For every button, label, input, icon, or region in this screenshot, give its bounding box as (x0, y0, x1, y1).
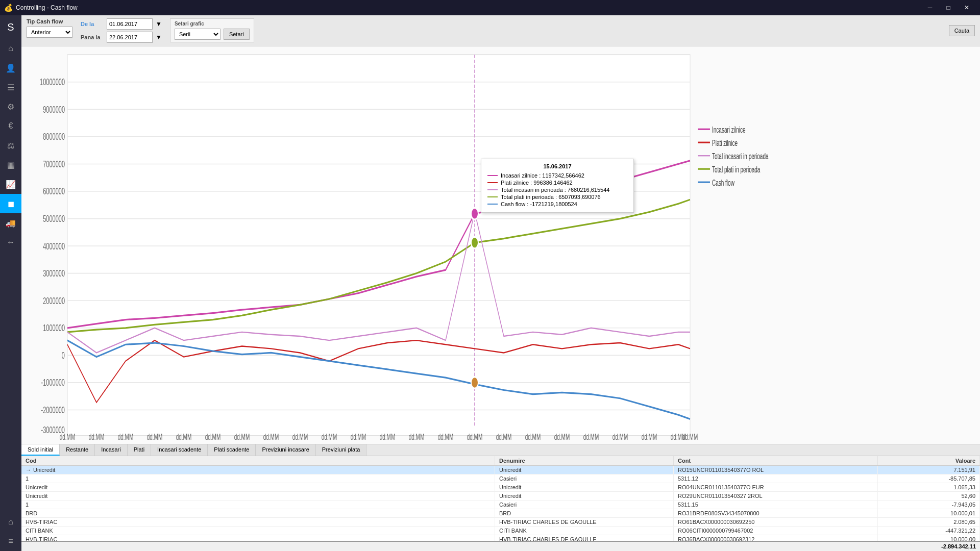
svg-text:dd.MM: dd.MM (525, 432, 541, 441)
de-la-dropdown-icon[interactable]: ▼ (156, 20, 162, 28)
svg-text:-2000000: -2000000 (41, 405, 65, 415)
sidebar-item-balance[interactable]: ⚖ (0, 136, 21, 155)
cell-cont: RO61BACX000000030692250 (674, 518, 878, 527)
tab-restante[interactable]: Restante (60, 444, 95, 456)
table-row[interactable]: UnicreditUnicreditRO04UNCR011013540377O … (21, 483, 980, 492)
svg-text:dd.MM: dd.MM (60, 432, 76, 441)
pana-la-dropdown-icon[interactable]: ▼ (156, 34, 162, 41)
tab-plati[interactable]: Plati (128, 444, 151, 456)
svg-text:dd.MM: dd.MM (642, 432, 657, 441)
svg-text:Total plati in perioada: Total plati in perioada (712, 165, 761, 174)
cauta-button[interactable]: Cauta (949, 25, 975, 36)
minimize-button[interactable]: ─ (921, 0, 939, 15)
cell-denumire: Unicredit (495, 483, 674, 492)
table-row[interactable]: BRDBRDRO31BRDE080SV3434507080010.000,01 (21, 509, 980, 518)
table-row[interactable]: 1Casieri5311.12-85.707,85 (21, 474, 980, 483)
cell-cod: 1 (21, 500, 495, 509)
sidebar-item-bottom-menu[interactable]: ≡ (0, 532, 21, 551)
svg-text:4000000: 4000000 (43, 241, 65, 251)
col-valoare: Valoare (878, 456, 980, 466)
content-area: Tip Cash flow Anterior Curent Urmator De… (21, 15, 980, 551)
svg-text:9000000: 9000000 (43, 105, 65, 114)
svg-text:dd.MM: dd.MM (467, 432, 483, 441)
svg-text:dd.MM: dd.MM (380, 432, 396, 441)
table-row[interactable]: HVB-TIRIACHVB-TIRIAC CHARLES DE GAOULLER… (21, 518, 980, 527)
sidebar-item-list[interactable]: ☰ (0, 78, 21, 97)
cell-cont: 5311.15 (674, 500, 878, 509)
svg-text:5000000: 5000000 (43, 214, 65, 223)
maximize-button[interactable]: □ (939, 0, 958, 15)
sidebar-item-settings[interactable]: ⚙ (0, 97, 21, 116)
svg-text:dd.MM: dd.MM (322, 432, 337, 441)
table-row[interactable]: →UnicreditUnicreditRO15UNCR011013540377O… (21, 466, 980, 474)
sidebar-item-chart[interactable]: ▦ (0, 155, 21, 174)
titlebar: 💰 Controlling - Cash flow ─ □ ✕ (0, 0, 980, 15)
de-la-label[interactable]: De la (81, 21, 104, 27)
sidebar-item-users[interactable]: 👤 (0, 58, 21, 78)
cell-valoare: 7.151,91 (878, 466, 980, 474)
svg-text:0: 0 (62, 350, 65, 360)
svg-text:7000000: 7000000 (43, 159, 65, 169)
sidebar-item-money[interactable]: € (0, 116, 21, 136)
table-row[interactable]: HVB-TIRIACHVB-TIRIAC CHARLES DE GAOULLER… (21, 535, 980, 541)
data-table: Cod Denumire Cont Valoare →UnicreditUnic… (21, 456, 980, 541)
chart-area: 10000000 9000000 8000000 7000000 6000000… (21, 46, 980, 444)
tab-previziuni-incasare[interactable]: Previziuni incasare (256, 444, 315, 456)
cell-denumire: Casieri (495, 500, 674, 509)
tab-sold-initial[interactable]: Sold initial (21, 444, 60, 456)
sidebar-item-bottom-home[interactable]: ⌂ (0, 512, 21, 532)
cell-valoare: 10.000,01 (878, 509, 980, 518)
cell-cont: 5311.12 (674, 474, 878, 483)
svg-point-53 (471, 208, 478, 219)
de-la-input[interactable] (107, 18, 153, 30)
close-button[interactable]: ✕ (958, 0, 976, 15)
cell-valoare: 10.000,00 (878, 535, 980, 541)
tab-incasari-scadente[interactable]: Incasari scadente (151, 444, 208, 456)
sidebar-item-trending[interactable]: 📈 (0, 174, 21, 194)
svg-text:dd.MM: dd.MM (234, 432, 250, 441)
svg-text:dd.MM: dd.MM (147, 432, 163, 441)
cell-cod: Unicredit (21, 483, 495, 492)
sidebar-item-controlling[interactable]: ◼ (0, 194, 21, 213)
setari-button[interactable]: Setari (224, 29, 250, 40)
svg-text:dd.MM: dd.MM (554, 432, 570, 441)
sidebar-item-truck[interactable]: 🚚 (0, 213, 21, 233)
svg-text:3000000: 3000000 (43, 269, 65, 279)
cell-denumire: Casieri (495, 474, 674, 483)
cell-valoare: 1.065,33 (878, 483, 980, 492)
svg-text:dd.MM: dd.MM (496, 432, 512, 441)
table-body: →UnicreditUnicreditRO15UNCR011013540377O… (21, 466, 980, 541)
svg-text:dd.MM: dd.MM (682, 432, 698, 441)
svg-text:dd.MM: dd.MM (583, 432, 599, 441)
total-row: -2.894.342,11 (21, 541, 980, 551)
svg-text:dd.MM: dd.MM (263, 432, 279, 441)
sidebar-item-arrows[interactable]: ↔ (0, 233, 21, 252)
setari-grafic-title: Setari grafic (175, 21, 250, 27)
cell-denumire: Unicredit (495, 466, 674, 474)
window-title: Controlling - Cash flow (16, 4, 921, 11)
cell-denumire: Unicredit (495, 492, 674, 500)
table-row[interactable]: 1Casieri5311.15-7.943,05 (21, 500, 980, 509)
tab-plati-scadente[interactable]: Plati scadente (208, 444, 256, 456)
table-row[interactable]: UnicreditUnicreditRO29UNCR011013540327 2… (21, 492, 980, 500)
tab-previziuni-plata[interactable]: Previziuni plata (316, 444, 367, 456)
pana-la-label: Pana la (81, 34, 104, 40)
tab-incasari[interactable]: Incasari (95, 444, 128, 456)
serii-select[interactable]: Serii (175, 29, 220, 40)
svg-rect-1 (67, 55, 690, 436)
cell-denumire: CITI BANK (495, 527, 674, 535)
cell-valoare: -447.321,22 (878, 527, 980, 535)
svg-text:dd.MM: dd.MM (205, 432, 221, 441)
sidebar-logo[interactable]: S (0, 17, 21, 37)
cell-valoare: 2.080,65 (878, 518, 980, 527)
sidebar-item-home[interactable]: ⌂ (0, 39, 21, 58)
svg-text:dd.MM: dd.MM (409, 432, 425, 441)
table-row[interactable]: CITI BANKCITI BANKRO06CITI00000007994670… (21, 527, 980, 535)
tip-cashflow-select[interactable]: Anterior Curent Urmator (27, 27, 72, 38)
col-denumire: Denumire (495, 456, 674, 466)
chart-svg: 10000000 9000000 8000000 7000000 6000000… (21, 46, 980, 444)
pana-la-input[interactable] (107, 32, 153, 43)
svg-text:dd.MM: dd.MM (351, 432, 366, 441)
svg-text:6000000: 6000000 (43, 187, 65, 196)
svg-text:dd.MM: dd.MM (118, 432, 134, 441)
